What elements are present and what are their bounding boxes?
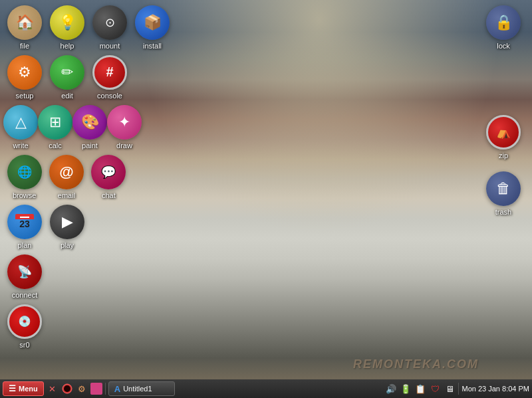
write-icon-circle: △ xyxy=(3,105,38,140)
play-label: play xyxy=(61,241,74,250)
calc-icon-circle: ⊞ xyxy=(38,105,72,140)
connect-label: connect xyxy=(12,291,38,300)
taskbar-separator-1 xyxy=(105,383,106,395)
connect-icon-circle: 📡 xyxy=(7,254,42,289)
lock-icon-circle: 🔒 xyxy=(486,5,521,40)
desktop-icon-chat[interactable]: 💬 chat xyxy=(88,153,130,203)
puppy-icon xyxy=(62,383,72,394)
draw-icon-circle: ✦ xyxy=(107,105,142,140)
desktop-icon-console[interactable]: # console xyxy=(88,53,131,103)
calc-label: calc xyxy=(49,142,62,150)
desktop-icon-connect[interactable]: 📡 connect xyxy=(3,252,46,302)
plan-label: plan xyxy=(18,241,32,250)
svg-point-1 xyxy=(64,385,70,392)
taskbar-pink-block xyxy=(90,383,102,395)
desktop-icon-write[interactable]: △ write xyxy=(3,103,38,153)
email-icon-circle: @ xyxy=(49,155,84,189)
install-icon-circle: 📦 xyxy=(135,5,170,40)
desktop-icon-file[interactable]: 🏠 file xyxy=(3,3,46,53)
browse-icon-circle: 🌐 xyxy=(7,155,42,189)
desktop-icon-install[interactable]: 📦 install xyxy=(131,3,174,53)
shield-icon[interactable]: 🛡 xyxy=(429,383,441,395)
desktop-icon-help[interactable]: 💡 help xyxy=(46,3,88,53)
install-label: install xyxy=(143,42,162,50)
paint-label: paint xyxy=(82,142,98,150)
desktop-icon-setup[interactable]: ⚙ setup xyxy=(3,53,46,103)
menu-button[interactable]: ☰ Menu xyxy=(3,381,44,396)
desktop-icon-lock[interactable]: 🔒 lock xyxy=(482,3,525,53)
desktop-icon-edit[interactable]: ✏ edit xyxy=(46,53,88,103)
desktop-icon-browse[interactable]: 🌐 browse xyxy=(3,153,45,203)
desktop-icons-left: 🏠 file 💡 help ⊙ mount 📦 install ⚙ setup … xyxy=(0,0,133,372)
desktop-icon-mount[interactable]: ⊙ mount xyxy=(88,3,131,53)
desktop-icon-trash[interactable]: 🗑 trash xyxy=(482,169,525,219)
taskbar: ☰ Menu ✕ ⚙ A Untitled1 🔊 🔋 📋 🛡 🖥 Mon 23 … xyxy=(0,379,532,398)
zip-label: zip xyxy=(499,151,508,160)
console-label: console xyxy=(97,92,122,100)
desktop-icon-email[interactable]: @ email xyxy=(45,153,87,203)
plan-icon-circle: ▬▬ 23 xyxy=(7,205,42,239)
file-icon-circle: 🏠 xyxy=(7,5,42,40)
app-label: Untitled1 xyxy=(123,385,152,393)
mount-label: mount xyxy=(100,42,120,50)
chat-icon-circle: 💬 xyxy=(91,155,126,189)
play-icon-circle: ▶ xyxy=(50,205,84,239)
taskbar-separator-2 xyxy=(458,383,459,395)
lock-label: lock xyxy=(497,42,510,50)
desktop-icon-play[interactable]: ▶ play xyxy=(46,203,88,252)
setup-label: setup xyxy=(16,92,34,100)
trash-label: trash xyxy=(495,208,511,217)
setup-icon-circle: ⚙ xyxy=(7,55,42,90)
console-icon-circle: # xyxy=(92,55,127,90)
zip-icon-circle: ⛺ xyxy=(486,115,521,149)
network-icon[interactable]: 🖥 xyxy=(444,383,456,395)
desktop-icon-draw[interactable]: ✦ draw xyxy=(107,103,142,153)
battery-icon[interactable]: 🔋 xyxy=(400,383,412,395)
desktop-icons-right: 🔒 lock ⛺ zip 🗑 trash xyxy=(479,0,532,199)
taskbar-tray: 🔊 🔋 📋 🛡 🖥 xyxy=(385,383,456,395)
clipboard-icon[interactable]: 📋 xyxy=(414,383,426,395)
desktop-icon-paint[interactable]: 🎨 paint xyxy=(72,103,107,153)
draw-label: draw xyxy=(116,142,132,150)
edit-label: edit xyxy=(61,92,73,100)
email-label: email xyxy=(58,191,75,200)
file-label: file xyxy=(20,42,29,50)
desktop-icon-sr0[interactable]: 💿 sr0 xyxy=(3,302,46,352)
taskbar-icon-3[interactable]: ⚙ xyxy=(76,383,88,395)
volume-icon[interactable]: 🔊 xyxy=(385,383,397,395)
sr0-icon-circle: 💿 xyxy=(7,304,42,339)
desktop-icon-plan[interactable]: ▬▬ 23 plan xyxy=(3,203,46,252)
desktop-icon-calc[interactable]: ⊞ calc xyxy=(38,103,72,153)
help-label: help xyxy=(61,42,74,50)
write-label: write xyxy=(13,142,28,150)
sr0-label: sr0 xyxy=(19,341,29,349)
menu-icon: ☰ xyxy=(9,384,16,393)
mount-icon-circle: ⊙ xyxy=(92,5,127,40)
chat-label: chat xyxy=(102,191,116,200)
taskbar-app-untitled[interactable]: A Untitled1 xyxy=(108,381,175,396)
app-icon-a: A xyxy=(114,384,120,394)
taskbar-icon-1[interactable]: ✕ xyxy=(47,383,59,395)
menu-label: Menu xyxy=(19,385,38,393)
taskbar-clock: Mon 23 Jan 8:04 PM xyxy=(462,385,529,393)
paint-icon-circle: 🎨 xyxy=(72,105,107,140)
taskbar-icon-2[interactable] xyxy=(61,383,73,395)
edit-icon-circle: ✏ xyxy=(50,55,84,90)
browse-label: browse xyxy=(13,191,36,200)
desktop-icon-zip[interactable]: ⛺ zip xyxy=(482,113,525,163)
trash-icon-circle: 🗑 xyxy=(486,171,521,206)
help-icon-circle: 💡 xyxy=(50,5,84,40)
